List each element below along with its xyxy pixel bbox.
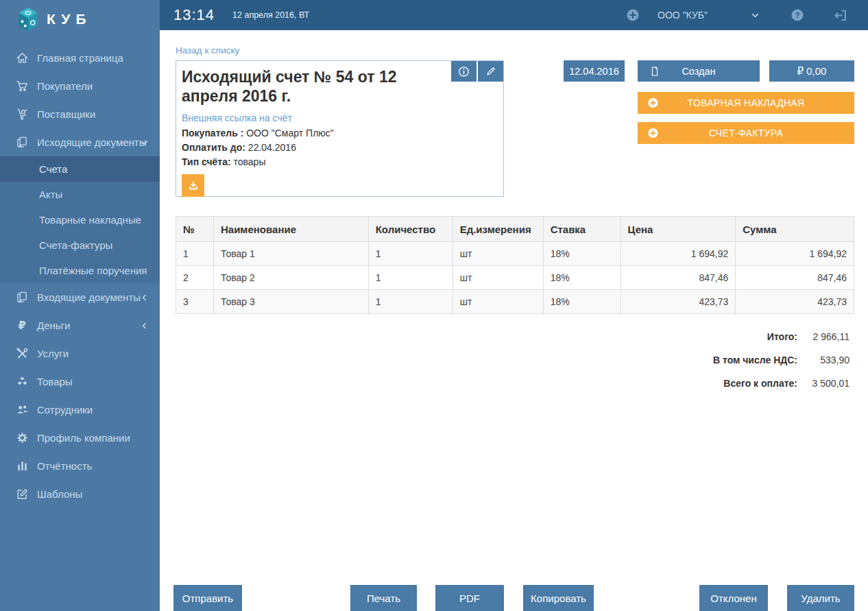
chevron-down-icon	[140, 138, 149, 147]
logo-text: КУБ	[47, 11, 92, 27]
col-header-name: Наименование	[213, 217, 368, 242]
sidebar-item-label: Деньги	[37, 320, 70, 331]
grand-total-value: 3 500,01	[797, 378, 849, 389]
items-table: № Наименование Количество Ед.измерения С…	[176, 216, 854, 314]
cell-unit: шт	[453, 242, 543, 266]
sidebar-item-label: Входящие документы	[37, 291, 141, 303]
back-to-list-link[interactable]: Назад к списку	[176, 45, 239, 56]
sidebar-item-employees[interactable]: Сотрудники	[0, 396, 160, 424]
sidebar-item-invoices-factura[interactable]: Счета-фактуры	[0, 232, 160, 258]
rejected-button[interactable]: Отклонен	[699, 585, 768, 611]
plus-circle-icon	[647, 97, 659, 109]
create-waybill-label: ТОВАРНАЯ НАКЛАДНАЯ	[688, 97, 805, 108]
file-icon	[649, 66, 660, 77]
sidebar-item-outgoing-documents[interactable]: Исходящие документы	[0, 128, 160, 156]
sign-out-icon	[833, 8, 847, 23]
status-button[interactable]: Создан	[638, 60, 760, 82]
question-circle-icon: ?	[791, 8, 804, 22]
clock-time: 13:14	[173, 6, 215, 24]
info-icon	[457, 65, 470, 78]
users-icon	[14, 403, 30, 416]
sidebar-item-buyers[interactable]: Покупатели	[0, 72, 160, 100]
sidebar-item-label: Сотрудники	[37, 404, 93, 416]
copy-button[interactable]: Копировать	[523, 585, 594, 611]
paid-amount-button[interactable]: ₽ 0,00	[769, 60, 854, 82]
cell-unit: шт	[453, 266, 543, 290]
sidebar-item-label: Счета-фактуры	[39, 239, 112, 251]
invoice-title: Исходящий счет № 54 от 12 апреля 2016 г.	[182, 67, 449, 106]
info-button[interactable]	[451, 61, 477, 82]
sidebar-item-reporting[interactable]: Отчётность	[0, 452, 160, 480]
cell-qty: 1	[368, 290, 453, 314]
table-row: 2 Товар 2 1 шт 18% 847,46 847,46	[176, 266, 854, 290]
sidebar-item-invoices[interactable]: Счета	[0, 156, 160, 182]
send-button[interactable]: Отправить	[173, 585, 242, 611]
sidebar-item-suppliers[interactable]: Поставщики	[0, 100, 160, 128]
pay-until-label: Оплатить до:	[182, 142, 245, 153]
chevron-down-icon[interactable]	[750, 10, 760, 21]
dolly-icon	[14, 108, 30, 121]
sidebar-menu: Главная страница Покупатели Поставщи	[0, 44, 160, 508]
buyer-label: Покупатель :	[182, 128, 243, 139]
tools-icon	[14, 347, 30, 360]
edit-button[interactable]	[478, 61, 503, 82]
col-header-price: Цена	[620, 217, 736, 242]
sidebar-item-templates[interactable]: Шаблоны	[0, 480, 160, 508]
download-button[interactable]	[182, 174, 204, 197]
delete-button[interactable]: Удалить	[787, 585, 854, 611]
sidebar-item-label: Главная страница	[37, 52, 123, 64]
invoice-date-button[interactable]: 12.04.2016	[564, 60, 625, 82]
cell-sum: 423,73	[736, 290, 854, 314]
sidebar-item-money[interactable]: ₽ Деньги	[0, 311, 160, 339]
sidebar-item-label: Товарные накладные	[39, 214, 141, 226]
invoice-type-value: товары	[234, 156, 266, 167]
buyer-value: ООО "Смарт Плюс"	[246, 128, 334, 139]
sidebar-item-label: Профиль компании	[37, 432, 130, 444]
sidebar-item-services[interactable]: Услуги	[0, 339, 160, 368]
pdf-button[interactable]: PDF	[435, 585, 504, 611]
create-invoice-factura-button[interactable]: СЧЕТ-ФАКТУРА	[638, 122, 854, 144]
download-icon	[187, 180, 200, 192]
help-button[interactable]: ?	[791, 8, 804, 22]
sidebar-item-label: Покупатели	[37, 80, 93, 92]
print-button[interactable]: Печать	[350, 585, 417, 611]
totals-block: Итого: 2 966,11 В том числе НДС: 533,90 …	[713, 325, 854, 395]
sidebar-item-home[interactable]: Главная страница	[0, 44, 160, 72]
grand-total-label: Всего к оплате:	[723, 378, 797, 389]
cell-price: 847,46	[620, 266, 736, 290]
cell-rate: 18%	[543, 290, 620, 314]
sidebar-item-label: Товары	[37, 376, 73, 387]
plus-circle-icon	[626, 8, 640, 22]
company-selector[interactable]: ООО "КУБ"	[658, 10, 708, 21]
topbar-right: ООО "КУБ" ?	[626, 8, 847, 23]
gear-icon	[14, 431, 30, 444]
subtotal-label: Итого:	[767, 331, 797, 342]
sidebar-item-company-profile[interactable]: Профиль компании	[0, 424, 160, 452]
sidebar-item-label: Исходящие документы	[37, 136, 146, 148]
external-invoice-link[interactable]: Внешняя ссылка на счёт	[182, 112, 292, 123]
sidebar-item-label: Счета	[39, 163, 67, 175]
pay-until-value: 22.04.2016	[248, 142, 296, 153]
sidebar-item-waybills[interactable]: Товарные накладные	[0, 207, 160, 232]
table-row: 1 Товар 1 1 шт 18% 1 694,92 1 694,92	[176, 242, 854, 266]
add-company-button[interactable]	[626, 8, 640, 22]
cell-num: 3	[176, 290, 214, 314]
cell-num: 2	[176, 266, 214, 290]
ruble-icon: ₽	[14, 320, 30, 331]
sidebar-item-incoming-documents[interactable]: Входящие документы	[0, 283, 160, 311]
sidebar-item-label: Платёжные поручения	[39, 265, 147, 276]
cell-name: Товар 2	[213, 266, 368, 290]
sidebar-item-goods[interactable]: Товары	[0, 368, 160, 396]
invoice-card: Исходящий счет № 54 от 12 апреля 2016 г.…	[176, 60, 504, 197]
vat-value: 533,90	[797, 355, 849, 366]
table-header-row: № Наименование Количество Ед.измерения С…	[176, 217, 854, 242]
bar-chart-icon	[14, 459, 30, 472]
col-header-rate: Ставка	[543, 217, 620, 242]
logo[interactable]: КУБ	[0, 0, 160, 33]
logout-button[interactable]	[833, 8, 847, 23]
main-content: Назад к списку Исходящий счет № 54 от 12…	[160, 30, 868, 611]
create-waybill-button[interactable]: ТОВАРНАЯ НАКЛАДНАЯ	[638, 92, 854, 114]
sidebar-item-acts[interactable]: Акты	[0, 182, 160, 207]
home-icon	[14, 51, 30, 64]
sidebar-item-payment-orders[interactable]: Платёжные поручения	[0, 258, 160, 283]
